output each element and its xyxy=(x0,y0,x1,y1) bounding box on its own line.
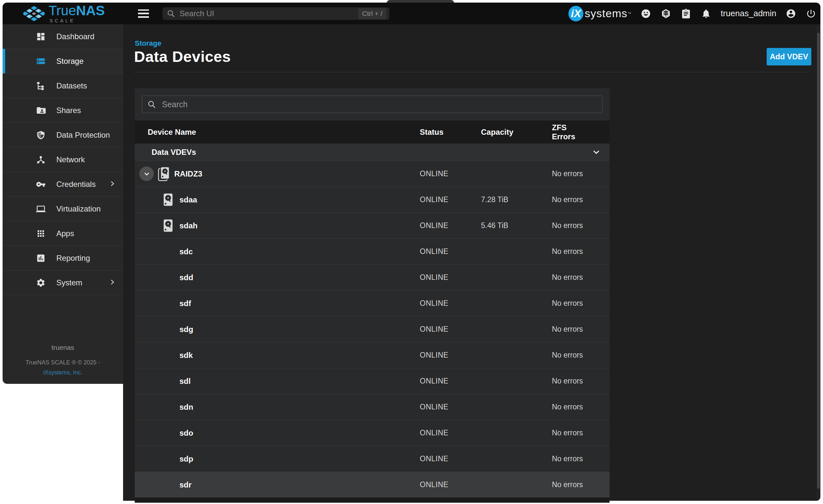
device-row-sdc[interactable]: sdc ONLINE No errors xyxy=(135,238,610,264)
table-search[interactable] xyxy=(142,96,603,113)
main-content: Storage Data Devices Add VDEV Device Nam… xyxy=(123,24,820,501)
device-row-sdaa[interactable]: sdaa ONLINE 7.28 TiB No errors xyxy=(135,187,610,212)
network-icon xyxy=(36,155,46,165)
menu-toggle-button[interactable] xyxy=(138,9,149,18)
truecommand-icon[interactable] xyxy=(660,8,671,19)
sidebar-item-label: Data Protection xyxy=(56,131,110,140)
device-row-sdk[interactable]: sdk ONLINE No errors xyxy=(135,342,610,368)
truenas-logo-icon xyxy=(23,4,45,23)
copyright-text: TrueNAS SCALE ® © 2025 - xyxy=(26,359,100,366)
datasets-icon xyxy=(36,80,46,91)
truenas-logo[interactable]: TrueNAS SCALE xyxy=(23,4,105,23)
alerts-bell-icon[interactable] xyxy=(700,8,711,19)
zfs-errors-cell: No errors xyxy=(552,221,592,230)
table-search-input[interactable] xyxy=(161,100,602,110)
group-row[interactable]: Data VDEVs xyxy=(135,144,610,161)
device-row-RAIDZ3[interactable]: RAIDZ3 ONLINE No errors xyxy=(135,161,610,187)
truenas-app-window: TrueNAS SCALE Ctrl + / iX systems ™ xyxy=(3,3,820,501)
device-row-sdr[interactable]: sdr ONLINE No errors xyxy=(135,472,610,498)
column-status: Status xyxy=(420,128,481,137)
add-vdev-button[interactable]: Add VDEV xyxy=(767,48,811,65)
device-row-sdo[interactable]: sdo ONLINE No errors xyxy=(135,420,610,446)
zfs-errors-cell: No errors xyxy=(552,169,592,178)
device-name: sdc xyxy=(179,247,193,256)
sidebar-item-shares[interactable]: Shares xyxy=(3,98,123,123)
device-row-sdn[interactable]: sdn ONLINE No errors xyxy=(135,394,610,420)
card-bottom-strip xyxy=(135,498,610,503)
sidebar-item-system[interactable]: System xyxy=(3,271,123,295)
scrollbar-thumb[interactable] xyxy=(817,33,820,489)
device-row-sdg[interactable]: sdg ONLINE No errors xyxy=(135,316,610,342)
device-row-sdah[interactable]: sdah ONLINE 5.46 TiB No errors xyxy=(135,212,610,238)
page-title: Data Devices xyxy=(134,48,231,65)
data-protection-icon xyxy=(36,130,46,140)
sidebar-item-label: Datasets xyxy=(56,81,87,91)
global-search-input[interactable] xyxy=(179,9,358,18)
device-row-sdf[interactable]: sdf ONLINE No errors xyxy=(135,290,610,316)
sidebar-item-datasets[interactable]: Datasets xyxy=(3,73,123,98)
reporting-icon xyxy=(36,253,46,263)
column-capacity: Capacity xyxy=(481,128,552,137)
device-name: sdaa xyxy=(179,195,197,204)
sidebar-item-reporting[interactable]: Reporting xyxy=(3,246,123,271)
ixsystems-link[interactable]: iXsystems, Inc. xyxy=(43,369,82,376)
breadcrumb[interactable]: Storage xyxy=(135,39,161,48)
top-bar: TrueNAS SCALE Ctrl + / iX systems ™ xyxy=(3,3,820,24)
topbar-actions: iX systems ™ truenas_admin xyxy=(568,6,817,21)
device-row-sdl[interactable]: sdl ONLINE No errors xyxy=(135,368,610,394)
account-icon[interactable] xyxy=(786,8,796,19)
jobs-clipboard-icon[interactable] xyxy=(680,8,691,19)
device-name: sdr xyxy=(179,480,191,489)
sidebar-item-label: Dashboard xyxy=(56,32,94,41)
power-icon[interactable] xyxy=(806,8,817,19)
device-name: sdg xyxy=(179,325,193,334)
table-header: Device Name Status Capacity ZFS Errors xyxy=(135,121,610,144)
sidebar-item-apps[interactable]: Apps xyxy=(3,221,123,246)
column-zfs-errors: ZFS Errors xyxy=(552,123,592,141)
zfs-errors-cell: No errors xyxy=(552,377,592,385)
disk-icon xyxy=(163,193,173,206)
feedback-icon[interactable] xyxy=(640,8,651,19)
device-row-sdp[interactable]: sdp ONLINE No errors xyxy=(135,446,610,472)
capacity-cell: 7.28 TiB xyxy=(481,195,552,204)
device-row-sdd[interactable]: sdd ONLINE No errors xyxy=(135,264,610,290)
device-name: sdd xyxy=(179,273,193,282)
sidebar-item-data-protection[interactable]: Data Protection xyxy=(3,123,123,147)
sidebar-item-label: Shares xyxy=(56,106,81,115)
capacity-cell: 5.46 TiB xyxy=(481,221,552,230)
zfs-errors-cell: No errors xyxy=(552,195,592,204)
sidebar-item-label: Apps xyxy=(56,229,74,238)
sidebar-item-label: Network xyxy=(56,155,85,164)
global-search[interactable]: Ctrl + / xyxy=(163,7,389,20)
status-cell: ONLINE xyxy=(420,299,481,308)
zfs-errors-cell: No errors xyxy=(552,402,592,411)
status-cell: ONLINE xyxy=(420,325,481,334)
table-search-section xyxy=(135,88,610,121)
collapse-icon[interactable] xyxy=(592,148,601,157)
sidebar-footer: truenas TrueNAS SCALE ® © 2025 - iXsyste… xyxy=(3,344,123,376)
status-cell: ONLINE xyxy=(420,402,481,411)
ixsystems-logo[interactable]: iX systems ™ xyxy=(568,6,631,21)
zfs-errors-cell: No errors xyxy=(552,325,592,334)
expand-toggle-button[interactable] xyxy=(139,166,154,181)
disk-icon xyxy=(163,219,173,232)
sidebar-item-dashboard[interactable]: Dashboard xyxy=(3,24,123,49)
sidebar-item-label: Credentials xyxy=(56,180,96,189)
sidebar-item-credentials[interactable]: Credentials xyxy=(3,172,123,197)
desktop-background: TrueNAS SCALE Ctrl + / iX systems ™ xyxy=(0,0,823,504)
device-name: RAIDZ3 xyxy=(174,169,202,178)
sidebar-item-storage[interactable]: Storage xyxy=(3,49,123,73)
zfs-errors-cell: No errors xyxy=(552,247,592,256)
sidebar-item-virtualization[interactable]: Virtualization xyxy=(3,197,123,221)
brand-wordmark: TrueNAS xyxy=(48,4,105,18)
zfs-errors-cell: No errors xyxy=(552,480,592,489)
sidebar-item-label: Reporting xyxy=(56,254,90,263)
zfs-errors-cell: No errors xyxy=(552,429,592,437)
virtualization-icon xyxy=(36,204,46,214)
sidebar-item-network[interactable]: Network xyxy=(3,147,123,172)
sidebar-item-label: Virtualization xyxy=(56,204,101,213)
status-cell: ONLINE xyxy=(420,455,481,463)
search-icon xyxy=(167,9,175,18)
device-name: sdk xyxy=(179,351,193,360)
vertical-scrollbar[interactable] xyxy=(817,24,820,501)
